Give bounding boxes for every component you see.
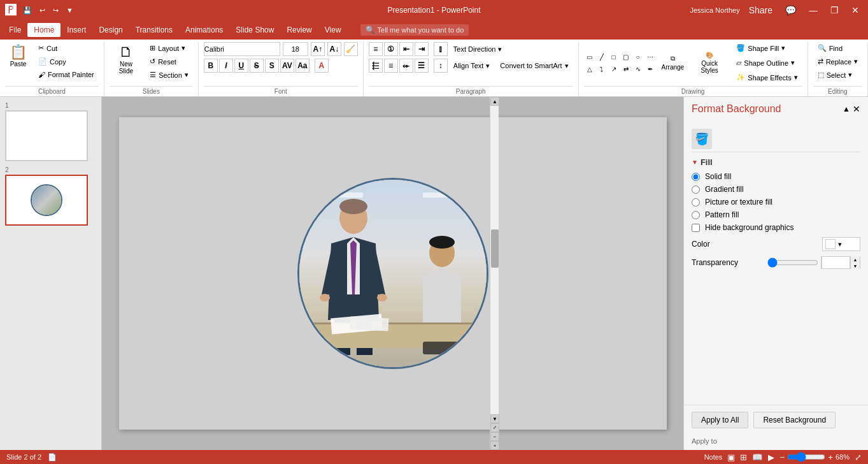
smartart-button[interactable]: Convert to SmartArt▾ bbox=[495, 60, 573, 72]
line-spacing-button[interactable]: ↕ bbox=[434, 59, 448, 73]
select-button[interactable]: ⬚ Select▾ bbox=[813, 69, 862, 81]
solid-fill-radio[interactable] bbox=[692, 173, 700, 181]
shape-circle[interactable]: ○ bbox=[632, 51, 644, 62]
font-size-input[interactable] bbox=[283, 42, 308, 56]
slide-show-button[interactable]: ▶ bbox=[768, 453, 774, 462]
shape-line[interactable]: ╱ bbox=[596, 51, 608, 62]
shape-arrow2[interactable]: ↗ bbox=[608, 63, 620, 75]
shape-arrow1[interactable]: ⤵ bbox=[596, 63, 608, 75]
menu-animations[interactable]: Animations bbox=[179, 23, 229, 37]
shape-rect2[interactable]: □ bbox=[608, 51, 620, 62]
increase-font-button[interactable]: A↑ bbox=[311, 42, 325, 56]
font-color-button[interactable]: A bbox=[315, 59, 329, 73]
case-button[interactable]: Aa bbox=[295, 59, 309, 73]
reading-view-button[interactable]: 📖 bbox=[752, 453, 763, 462]
shape-triangle[interactable]: △ bbox=[584, 63, 595, 75]
shadow-button[interactable]: S bbox=[265, 59, 279, 73]
align-right-button[interactable]: ⬰ bbox=[399, 59, 413, 73]
shape-arrow3[interactable]: ⇄ bbox=[620, 63, 632, 75]
color-picker-button[interactable]: ▾ bbox=[822, 237, 860, 251]
reset-button[interactable]: ↺ Reset bbox=[145, 55, 193, 68]
fill-icon-button[interactable]: 🪣 bbox=[692, 129, 712, 149]
shape-rect[interactable]: ▭ bbox=[584, 51, 595, 62]
slide-thumb-1[interactable]: 1 bbox=[5, 102, 96, 161]
new-slide-button[interactable]: 🗋 New Slide bbox=[110, 42, 143, 78]
slide-image-1[interactable] bbox=[5, 110, 88, 161]
copy-button[interactable]: 📄 Copy bbox=[34, 55, 99, 68]
quick-styles-button[interactable]: 🎨 Quick Styles bbox=[690, 48, 729, 77]
menu-view[interactable]: View bbox=[318, 23, 348, 37]
replace-button[interactable]: ⇄ Replace▾ bbox=[813, 55, 862, 68]
bold-button[interactable]: B bbox=[204, 59, 218, 73]
comments-button[interactable]: 💬 bbox=[781, 4, 800, 17]
slide-thumb-2[interactable]: 2 bbox=[5, 166, 96, 226]
zoom-in-canvas-button[interactable]: + bbox=[490, 441, 499, 450]
shape-fill-button[interactable]: 🪣 Shape Fill▾ bbox=[732, 42, 802, 54]
transparency-input[interactable]: 0% bbox=[822, 256, 850, 269]
gradient-fill-radio[interactable] bbox=[692, 185, 700, 194]
scroll-thumb[interactable] bbox=[491, 229, 499, 268]
restore-button[interactable]: ❐ bbox=[827, 4, 843, 17]
gradient-fill-option[interactable]: Gradient fill bbox=[692, 185, 860, 194]
menu-transitions[interactable]: Transitions bbox=[129, 23, 179, 37]
fill-section-header[interactable]: ▼ Fill bbox=[692, 157, 860, 167]
shape-round-rect[interactable]: ▢ bbox=[620, 51, 632, 62]
undo-button[interactable]: ↩ bbox=[37, 5, 48, 16]
hide-background-checkbox[interactable] bbox=[692, 224, 700, 232]
numbering-button[interactable]: ① bbox=[384, 42, 398, 56]
arrange-button[interactable]: ⧉ Arrange bbox=[658, 52, 687, 74]
scroll-down-button[interactable]: ▼ bbox=[490, 414, 499, 423]
increase-indent-button[interactable]: ⇥ bbox=[415, 42, 429, 56]
panel-close-button[interactable]: ✕ bbox=[853, 104, 860, 114]
redo-button[interactable]: ↪ bbox=[50, 5, 61, 16]
shape-outline-button[interactable]: ▱ Shape Outline▾ bbox=[732, 57, 802, 69]
cut-button[interactable]: ✂ Cut bbox=[34, 42, 99, 54]
hide-background-option[interactable]: Hide background graphics bbox=[692, 223, 860, 232]
scroll-up-button[interactable]: ▲ bbox=[490, 97, 499, 106]
shape-more[interactable]: ⋯ bbox=[644, 51, 656, 62]
decrease-font-button[interactable]: A↓ bbox=[327, 42, 341, 56]
text-direction-button[interactable]: Text Direction▾ bbox=[449, 43, 507, 55]
pattern-fill-option[interactable]: Pattern fill bbox=[692, 210, 860, 219]
find-button[interactable]: 🔍 Find bbox=[813, 42, 862, 54]
picture-fill-option[interactable]: Picture or texture fill bbox=[692, 198, 860, 207]
notes-button[interactable]: Notes bbox=[704, 453, 723, 461]
minimize-button[interactable]: — bbox=[805, 4, 822, 17]
panel-collapse-button[interactable]: ▲ bbox=[843, 104, 850, 114]
shape-curve[interactable]: ∿ bbox=[632, 63, 644, 75]
zoom-slider[interactable] bbox=[787, 452, 825, 462]
fit-slide-button[interactable]: ⤢ bbox=[490, 423, 499, 432]
menu-insert[interactable]: Insert bbox=[60, 23, 92, 37]
underline-button[interactable]: U bbox=[234, 59, 248, 73]
zoom-out-button[interactable]: − bbox=[779, 453, 785, 462]
save-button[interactable]: 💾 bbox=[20, 5, 34, 16]
reset-background-button[interactable]: Reset Background bbox=[753, 412, 836, 428]
shape-effects-button[interactable]: ✨ Shape Effects▾ bbox=[732, 71, 802, 83]
menu-home[interactable]: Home bbox=[27, 23, 60, 37]
align-left-button[interactable]: ⬱ bbox=[369, 59, 383, 73]
zoom-in-button[interactable]: + bbox=[828, 453, 833, 462]
italic-button[interactable]: I bbox=[219, 59, 233, 73]
customize-qa-button[interactable]: ▼ bbox=[64, 5, 76, 16]
fit-window-button[interactable]: ⤢ bbox=[855, 453, 862, 462]
spacing-button[interactable]: AV bbox=[280, 59, 294, 73]
transparency-slider[interactable] bbox=[767, 257, 818, 268]
menu-review[interactable]: Review bbox=[280, 23, 318, 37]
columns-button[interactable]: ⫿ bbox=[434, 42, 448, 56]
slide-sorter-button[interactable]: ⊞ bbox=[740, 453, 747, 462]
justify-button[interactable]: ☰ bbox=[415, 59, 429, 73]
layout-button[interactable]: ⊞ Layout ▾ bbox=[145, 42, 193, 54]
apply-to-all-button[interactable]: Apply to All bbox=[692, 412, 748, 428]
picture-fill-radio[interactable] bbox=[692, 198, 700, 207]
decrease-indent-button[interactable]: ⇤ bbox=[399, 42, 413, 56]
section-button[interactable]: ☰ Section ▾ bbox=[145, 69, 193, 81]
strikethrough-button[interactable]: S bbox=[250, 59, 264, 73]
font-name-input[interactable] bbox=[204, 42, 280, 56]
clear-format-button[interactable]: 🧹 bbox=[344, 42, 358, 56]
align-text-button[interactable]: Align Text▾ bbox=[449, 60, 495, 72]
solid-fill-option[interactable]: Solid fill bbox=[692, 172, 860, 181]
align-center-button[interactable]: ≡ bbox=[384, 59, 398, 73]
slide-image-2[interactable] bbox=[5, 175, 88, 226]
menu-design[interactable]: Design bbox=[92, 23, 129, 37]
format-painter-button[interactable]: 🖌 Format Painter bbox=[34, 69, 99, 80]
